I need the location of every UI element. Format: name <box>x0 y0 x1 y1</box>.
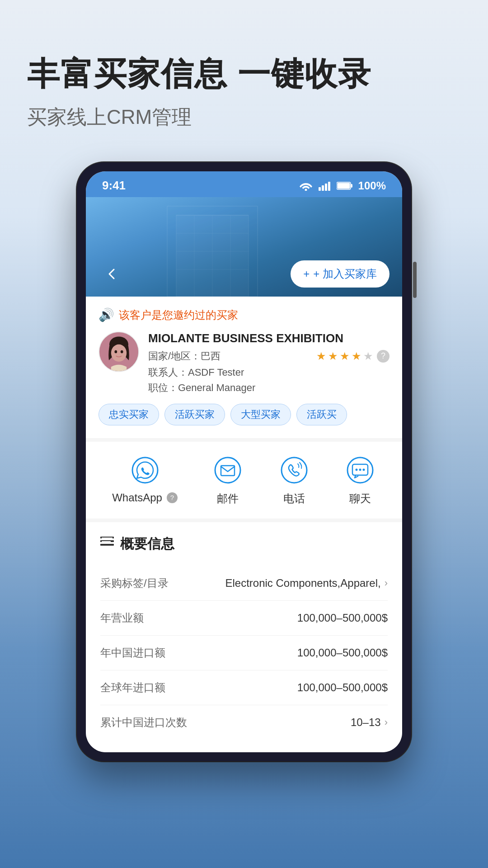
company-name: MIOLANTE BUSINESS EXHIBITION <box>148 331 389 345</box>
email-label: 邮件 <box>217 491 239 506</box>
info-label-0: 采购标签/目录 <box>100 576 169 590</box>
customer-card: 🔊 该客户是您邀约过的买家 <box>86 297 402 441</box>
battery-icon <box>337 181 353 190</box>
chat-icon <box>344 454 376 486</box>
phone-action[interactable]: 电话 <box>278 454 310 506</box>
info-value-1: 100,000–500,000$ <box>297 612 388 624</box>
svg-point-28 <box>355 468 357 471</box>
tag-loyal: 忠实买家 <box>99 404 159 425</box>
tag-large: 大型买家 <box>230 404 291 425</box>
overview-section: 概要信息 采购标签/目录 Electronic Components,Appar… <box>86 522 402 752</box>
status-bar: 9:41 <box>86 171 402 197</box>
action-section: WhatsApp ? <box>86 442 402 522</box>
status-icons: 100% <box>299 179 386 192</box>
info-row-2: 年中国进口额 100,000–500,000$ <box>100 636 388 670</box>
tags-row: 忠实买家 活跃买家 大型买家 活跃买 <box>99 404 389 425</box>
tag-active2: 活跃买 <box>296 404 347 425</box>
info-row-0[interactable]: 采购标签/目录 Electronic Components,Apparel, › <box>100 566 388 601</box>
svg-rect-7 <box>351 184 352 188</box>
chevron-right-icon-4: › <box>385 717 388 728</box>
info-value-4: 10–13 › <box>351 716 388 729</box>
info-row-4[interactable]: 累计中国进口次数 10–13 › <box>100 705 388 740</box>
email-action[interactable]: 邮件 <box>212 454 244 506</box>
svg-point-21 <box>121 350 123 354</box>
phone-container: 9:41 <box>27 162 461 761</box>
phone-label: 电话 <box>283 491 305 506</box>
svg-point-25 <box>282 458 307 483</box>
info-row-1: 年营业额 100,000–500,000$ <box>100 601 388 636</box>
star-4: ★ <box>352 350 361 363</box>
info-value-3: 100,000–500,000$ <box>297 681 388 694</box>
svg-rect-24 <box>221 466 235 476</box>
country-text: 国家/地区：巴西 <box>148 349 221 363</box>
phone-screen: 9:41 <box>86 171 402 752</box>
star-2: ★ <box>328 350 338 363</box>
section-title: 概要信息 <box>100 535 388 553</box>
page-content: 丰富买家信息 一键收录 买家线上CRM管理 9:41 <box>0 0 488 788</box>
position-text: 职位：General Manager <box>148 381 389 395</box>
wifi-icon <box>299 181 313 191</box>
svg-rect-4 <box>328 182 330 191</box>
info-value-0: Electronic Components,Apparel, › <box>225 577 388 590</box>
chat-action[interactable]: 聊天 <box>344 454 376 506</box>
add-to-library-button[interactable]: + + 加入买家库 <box>291 260 389 288</box>
whatsapp-action[interactable]: WhatsApp ? <box>112 454 178 506</box>
status-time: 9:41 <box>102 179 126 193</box>
country-row: 国家/地区：巴西 ★ ★ ★ ★ ★ ? <box>148 349 389 363</box>
customer-details: MIOLANTE BUSINESS EXHIBITION 国家/地区：巴西 ★ … <box>148 331 389 394</box>
phone-side-button <box>413 262 417 298</box>
info-label-2: 年中国进口额 <box>100 646 165 660</box>
tag-active: 活跃买家 <box>164 404 225 425</box>
star-1: ★ <box>316 350 326 363</box>
back-button[interactable] <box>99 260 126 288</box>
svg-rect-3 <box>325 184 327 191</box>
email-icon <box>212 454 244 486</box>
customer-info-row: MIOLANTE BUSINESS EXHIBITION 国家/地区：巴西 ★ … <box>99 331 389 394</box>
star-3: ★ <box>340 350 350 363</box>
page-headline: 丰富买家信息 一键收录 <box>27 54 461 93</box>
stars-container: ★ ★ ★ ★ ★ ? <box>316 350 389 363</box>
chevron-right-icon-0: › <box>385 577 388 589</box>
rating-help-icon[interactable]: ? <box>377 350 389 363</box>
svg-rect-33 <box>100 544 114 546</box>
phone-mockup: 9:41 <box>77 162 411 761</box>
svg-point-0 <box>305 189 307 191</box>
add-icon: + <box>303 268 310 280</box>
info-label-1: 年营业额 <box>100 611 144 625</box>
svg-point-30 <box>362 468 365 471</box>
chat-label: 聊天 <box>349 491 371 506</box>
contact-text: 联系人：ASDF Tester <box>148 366 389 379</box>
whatsapp-icon <box>129 454 161 486</box>
whatsapp-label: WhatsApp ? <box>112 491 178 504</box>
invited-notice: 🔊 该客户是您邀约过的买家 <box>99 307 389 322</box>
svg-rect-2 <box>322 185 324 191</box>
svg-rect-1 <box>319 187 321 191</box>
svg-point-19 <box>111 344 127 362</box>
phone-icon <box>278 454 310 486</box>
avatar <box>99 331 139 372</box>
star-5: ★ <box>363 350 373 363</box>
info-label-3: 全球年进口额 <box>100 680 165 695</box>
svg-point-23 <box>215 458 240 483</box>
whatsapp-help-icon[interactable]: ? <box>167 492 178 503</box>
svg-rect-34 <box>102 538 113 538</box>
svg-point-29 <box>359 468 361 471</box>
info-value-2: 100,000–500,000$ <box>297 646 388 659</box>
battery-percentage: 100% <box>358 179 386 192</box>
speaker-icon: 🔊 <box>99 307 114 322</box>
hero-image: + + 加入买家库 <box>86 197 402 297</box>
svg-point-20 <box>114 350 117 354</box>
page-subheadline: 买家线上CRM管理 <box>27 104 461 131</box>
svg-rect-6 <box>337 183 350 189</box>
info-row-3: 全球年进口额 100,000–500,000$ <box>100 670 388 705</box>
svg-rect-35 <box>102 541 111 542</box>
overview-icon <box>100 536 114 552</box>
signal-icon <box>319 181 331 191</box>
info-label-4: 累计中国进口次数 <box>100 715 187 730</box>
